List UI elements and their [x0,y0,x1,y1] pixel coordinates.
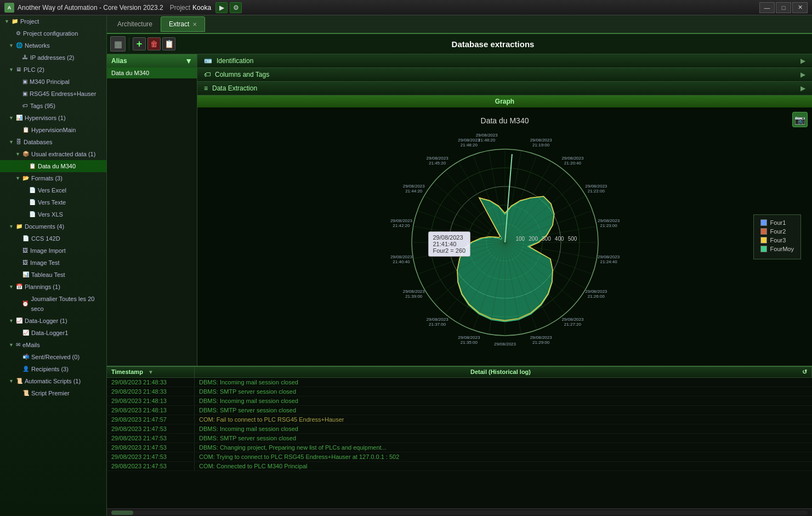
scroll-thumb[interactable] [111,511,133,515]
sidebar-item-image-test[interactable]: 🖼Image Test [0,257,106,269]
sidebar-item-ip-addresses[interactable]: 🖧IP addresses (2) [0,52,106,64]
item-icon: 🖧 [22,53,28,63]
split-area: Alias ▼ Data du M340 🪪Identification▶🏷Co… [107,54,812,366]
radar-chart-title: Data du M340 [319,116,691,125]
item-icon: 📜 [16,376,22,386]
log-detail: DBMS: Changing project, Preparing new li… [195,443,812,452]
sidebar-item-project[interactable]: ▼📁Project [0,15,106,27]
sidebar-item-m340[interactable]: ▣M340 Principal [0,76,106,88]
sidebar-item-datalogger1[interactable]: 📈Data-Logger1 [0,327,106,339]
toolbar-icon-2[interactable]: ⚙ [230,2,242,13]
section-data_extraction[interactable]: ≡Data Extraction▶ [197,82,812,95]
sidebar-item-documents[interactable]: ▼📁Documents (4) [0,220,106,233]
section-icon: 🏷 [204,71,211,78]
sidebar-item-label: Data-Logger (1) [25,316,67,326]
content-area: Architecture Extract ✕ ▦ + 🗑 📋 Database … [107,15,812,516]
sidebar-item-formats[interactable]: ▼📂Formats (3) [0,172,106,184]
sort-icon[interactable]: ▼ [148,369,154,375]
legend-label-four3: Four3 [770,237,786,243]
grid-view-button[interactable]: ▦ [110,36,126,52]
log-row: 29/08/2023 21:47:57COM: Fail to connect … [107,415,812,424]
section-columns_tags[interactable]: 🏷Columns and Tags▶ [197,68,812,82]
sidebar-item-rsg45[interactable]: ▣RSG45 Endress+Hauser [0,88,106,100]
sidebar-item-networks[interactable]: ▼🌐Networks [0,39,106,52]
right-panel: 🪪Identification▶🏷Columns and Tags▶≡Data … [197,54,812,366]
sidebar-item-plannings[interactable]: ▼📅Plannings (1) [0,281,106,293]
item-icon: ▣ [22,89,27,99]
sidebar-item-plc[interactable]: ▼🖥PLC (2) [0,64,106,76]
log-timestamp-header: Timestamp ▼ [107,367,195,377]
sidebar-item-label: Hypervisors (1) [25,113,66,123]
item-icon: 📋 [22,125,29,135]
log-row: 29/08/2023 21:48:13DBMS: Incoming mail s… [107,396,812,406]
sidebar-item-journalier[interactable]: ⏰Journalier Toutes les 20 seco [0,293,106,315]
section-identification[interactable]: 🪪Identification▶ [197,54,812,68]
item-icon: 👤 [22,364,29,374]
item-icon: 📜 [22,388,29,398]
toolbar-icon-1[interactable]: ▶ [215,2,228,13]
chart-legend: Four1Four2Four3FourMoy [753,214,801,259]
item-icon: 📊 [22,270,29,280]
sidebar-item-datalogger[interactable]: ▼📈Data-Logger (1) [0,315,106,327]
section-label: Columns and Tags [215,71,269,78]
sidebar-item-label: Sent/Received (0) [31,352,80,362]
legend-label-four2: Four2 [770,228,786,235]
sidebar-item-hypervisors[interactable]: ▼📊Hypervisors (1) [0,112,106,124]
sidebar-item-data-du-m340[interactable]: 📋Data du M340 [0,160,106,172]
item-icon: 📄 [22,234,29,243]
sidebar-item-image-import[interactable]: 🖼Image Import [0,245,106,257]
sidebar-item-vers-xls[interactable]: 📄Vers XLS [0,208,106,220]
sidebar-item-label: Vers Excel [38,185,66,195]
item-icon: 📂 [22,173,29,183]
log-detail: DBMS: SMTP server session closed [195,406,812,415]
sidebar-item-hypervision-main[interactable]: 📋HypervisionMain [0,124,106,136]
tab-architecture[interactable]: Architecture [109,16,161,32]
tab-extract[interactable]: Extract ✕ [161,16,205,32]
page-title-label: Database extractions [177,39,809,49]
sidebar-item-vers-excel[interactable]: 📄Vers Excel [0,184,106,196]
sidebar-item-vers-texte[interactable]: 📄Vers Texte [0,196,106,208]
sidebar-item-usual-extracted[interactable]: ▼📦Usual extracted data (1) [0,148,106,160]
sidebar-item-emails[interactable]: ▼✉eMails [0,339,106,351]
sidebar-item-label: Formats (3) [31,173,63,183]
sidebar-item-auto-scripts[interactable]: ▼📜Automatic Scripts (1) [0,375,106,387]
sidebar-item-recipients[interactable]: 👤Recipients (3) [0,363,106,375]
refresh-button[interactable]: ↺ [802,368,807,376]
maximize-button[interactable]: □ [776,2,791,13]
log-detail: DBMS: Incoming mail session closed [195,396,812,405]
sidebar-item-label: CCS 142D [31,234,60,243]
item-icon: ⏰ [22,299,29,309]
close-button[interactable]: ✕ [792,2,808,13]
sidebar-item-ccs142d[interactable]: 📄CCS 142D [0,233,106,245]
app-title: Another Way of Automation - Core Version… [18,4,163,12]
sidebar-item-sent-received[interactable]: 📬Sent/Received (0) [0,351,106,363]
log-row: 29/08/2023 21:47:53DBMS: Changing projec… [107,443,812,452]
item-icon: 📈 [22,328,29,338]
sidebar-item-script-premier[interactable]: 📜Script Premier [0,387,106,399]
add-button[interactable]: + [133,37,146,50]
section-arrow: ▶ [800,71,805,78]
project-name: Kooka [192,4,211,12]
minimize-button[interactable]: — [759,2,775,13]
log-row: 29/08/2023 21:47:53DBMS: SMTP server ses… [107,434,812,443]
alias-item-data_du_m340[interactable]: Data du M340 [107,67,197,78]
log-row: 29/08/2023 21:48:33DBMS: SMTP server ses… [107,387,812,396]
item-icon: 📈 [16,316,22,326]
sidebar-item-tableau-test[interactable]: 📊Tableau Test [0,269,106,281]
item-icon: 🏷 [22,101,28,111]
alias-list: Data du M340 [107,67,197,78]
log-row: 29/08/2023 21:48:13DBMS: SMTP server ses… [107,406,812,415]
expand-icon: ▼ [9,282,14,292]
screenshot-button[interactable]: 📷 [792,112,808,127]
sidebar-item-tags[interactable]: 🏷Tags (95) [0,100,106,112]
sidebar-item-databases[interactable]: ▼🗄Databases [0,136,106,148]
item-icon: 📄 [29,185,36,195]
legend-label-four1: Four1 [770,219,786,226]
scroll-track[interactable] [111,511,808,515]
sidebar-item-project-config[interactable]: ⚙Project configuration [0,27,106,39]
copy-button[interactable]: 📋 [162,37,175,50]
item-icon: 📅 [16,282,22,292]
scroll-bar[interactable] [107,508,812,516]
delete-button[interactable]: 🗑 [147,37,161,50]
sidebar-item-label: RSG45 Endress+Hauser [30,89,96,99]
